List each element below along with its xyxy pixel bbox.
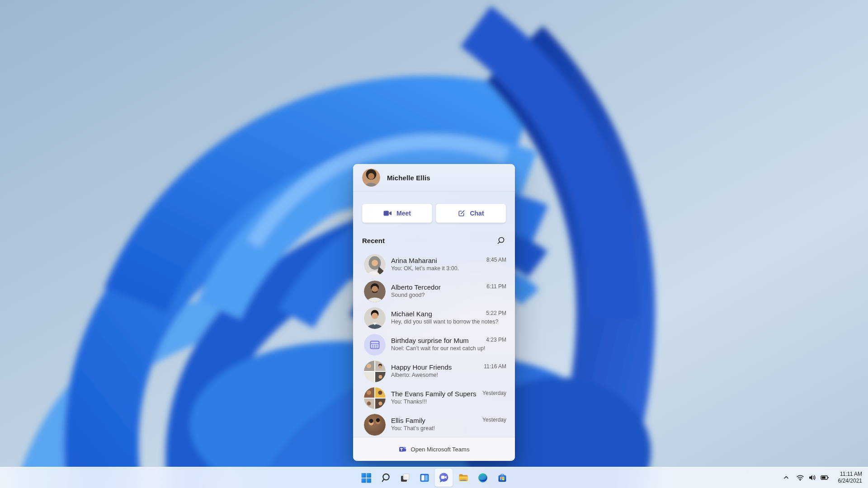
chat-button[interactable]: Chat <box>436 204 506 223</box>
taskbar: 11:11 AM 6/24/2021 <box>0 467 868 488</box>
calendar-icon <box>364 334 386 356</box>
chevron-up-icon <box>783 474 790 481</box>
clock[interactable]: 11:11 AM 6/24/2021 <box>835 470 865 485</box>
conversation-preview: Noel: Can’t wait for our next catch up! <box>391 345 506 352</box>
magnifier-icon <box>380 472 391 483</box>
edge-swirl-icon <box>477 472 488 483</box>
conversation-row[interactable]: Happy Hour Friends 11:16 AM Alberto: Awe… <box>353 358 515 385</box>
conversation-preview: Sound good? <box>391 291 506 299</box>
system-tray: 11:11 AM 6/24/2021 <box>780 467 865 488</box>
conversation-name: Ellis Family <box>391 416 425 425</box>
meet-button[interactable]: Meet <box>362 204 432 223</box>
start-button[interactable] <box>357 469 375 487</box>
conversation-avatar <box>364 254 386 276</box>
task-view-button[interactable] <box>396 469 414 487</box>
conversation-time: Yesterday <box>482 389 506 397</box>
compose-icon <box>458 210 465 217</box>
conversation-time: Yesterday <box>482 416 506 424</box>
action-buttons: Meet Chat <box>362 204 506 223</box>
store-button[interactable] <box>493 469 511 487</box>
search-button[interactable] <box>495 235 505 245</box>
store-bag-icon <box>496 472 508 483</box>
teams-chat-flyout: Michelle Ellis Meet Chat Recent <box>353 164 515 461</box>
conversation-name: Arina Maharani <box>391 256 437 265</box>
conversation-row[interactable]: Michael Kang 5:22 PM Hey, did you still … <box>353 305 515 331</box>
desktop: Michelle Ellis Meet Chat Recent <box>0 0 868 488</box>
conversation-row[interactable]: Birthday surprise for Mum 4:23 PM Noel: … <box>353 331 515 358</box>
teams-logo <box>399 445 407 453</box>
tray-date: 6/24/2021 <box>838 478 862 484</box>
conversation-avatar <box>364 281 386 302</box>
network-volume-battery-button[interactable] <box>793 469 832 486</box>
recent-title: Recent <box>362 237 385 244</box>
conversation-avatar <box>364 307 386 329</box>
wifi-icon <box>796 474 804 481</box>
windows-logo-icon <box>360 472 372 483</box>
chat-button-taskbar[interactable] <box>435 469 453 487</box>
battery-icon <box>821 474 829 481</box>
conversation-time: 5:22 PM <box>486 310 506 317</box>
conversation-avatar <box>364 414 386 436</box>
conversation-row[interactable]: Alberto Tercedor 6:11 PM Sound good? <box>353 278 515 305</box>
meet-label: Meet <box>396 210 411 217</box>
flyout-header[interactable]: Michelle Ellis <box>353 164 515 192</box>
search-button-taskbar[interactable] <box>377 469 395 487</box>
conversation-name: Birthday surprise for Mum <box>391 336 469 345</box>
conversation-name: Michael Kang <box>391 310 432 318</box>
user-name: Michelle Ellis <box>387 174 430 182</box>
conversation-name: Happy Hour Friends <box>391 363 452 371</box>
conversation-name: The Evans Family of Supers <box>391 389 476 398</box>
user-avatar <box>362 169 380 187</box>
edge-button[interactable] <box>474 469 492 487</box>
conversation-preview: Hey, did you still want to borrow the no… <box>391 318 506 325</box>
conversation-row[interactable]: Ellis Family Yesterday You: That’s great… <box>353 411 515 438</box>
conversation-time: 8:45 AM <box>486 256 506 264</box>
conversation-list: Arina Maharani 8:45 AM You: OK, let’s ma… <box>353 251 515 438</box>
widgets-button[interactable] <box>415 469 434 487</box>
conversation-row[interactable]: Arina Maharani 8:45 AM You: OK, let’s ma… <box>353 251 515 278</box>
open-teams-button[interactable]: Open Microsoft Teams <box>353 437 515 461</box>
speaker-icon <box>808 474 816 481</box>
conversation-name: Alberto Tercedor <box>391 283 441 291</box>
conversation-avatar <box>364 387 386 409</box>
widgets-panel-icon <box>419 472 430 483</box>
conversation-time: 11:16 AM <box>484 363 506 371</box>
overlapping-squares-icon <box>399 472 410 483</box>
conversation-preview: You: OK, let’s make it 3:00. <box>391 265 506 272</box>
conversation-preview: Alberto: Awesome! <box>391 371 506 379</box>
tray-time: 11:11 AM <box>838 471 862 478</box>
conversation-avatar <box>364 361 386 382</box>
folder-icon <box>458 472 469 483</box>
open-teams-label: Open Microsoft Teams <box>411 446 470 453</box>
recent-bar: Recent <box>362 235 505 245</box>
conversation-time: 6:11 PM <box>486 283 506 291</box>
file-explorer-button[interactable] <box>454 469 472 487</box>
conversation-time: 4:23 PM <box>486 336 506 344</box>
taskbar-center-icons <box>357 469 511 487</box>
tray-chevron-button[interactable] <box>780 469 793 486</box>
conversation-row[interactable]: The Evans Family of Supers Yesterday You… <box>353 385 515 411</box>
chat-label: Chat <box>470 210 484 217</box>
search-icon <box>496 236 505 245</box>
conversation-preview: You: That’s great! <box>391 425 506 432</box>
conversation-preview: You: Thanks!!! <box>391 398 506 405</box>
video-camera-icon <box>383 210 392 216</box>
teams-chat-bubble-icon <box>438 472 450 483</box>
